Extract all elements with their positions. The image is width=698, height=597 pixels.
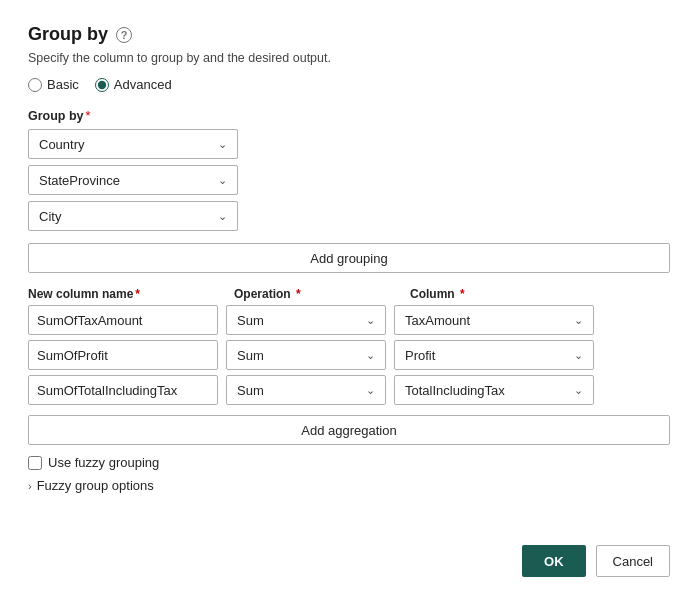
chevron-down-icon-op-0: ⌄ <box>366 314 375 327</box>
radio-advanced-label: Advanced <box>114 77 172 92</box>
groupby-dropdown-2-value: City <box>39 209 61 224</box>
dialog-subtitle: Specify the column to group by and the d… <box>28 51 670 65</box>
agg-operation-dropdown-2[interactable]: Sum ⌄ <box>226 375 386 405</box>
col-header-column: Column * <box>410 287 610 301</box>
col-header-required: * <box>135 287 140 301</box>
fuzzy-group-options-label: Fuzzy group options <box>37 478 154 493</box>
col-header-name: New column name* <box>28 287 218 301</box>
agg-column-value-0: TaxAmount <box>405 313 470 328</box>
agg-column-dropdown-1[interactable]: Profit ⌄ <box>394 340 594 370</box>
agg-column-dropdown-0[interactable]: TaxAmount ⌄ <box>394 305 594 335</box>
chevron-down-icon-col-0: ⌄ <box>574 314 583 327</box>
agg-operation-value-2: Sum <box>237 383 264 398</box>
agg-operation-value-1: Sum <box>237 348 264 363</box>
chevron-down-icon-1: ⌄ <box>218 174 227 187</box>
chevron-down-icon-0: ⌄ <box>218 138 227 151</box>
groupby-dropdown-1[interactable]: StateProvince ⌄ <box>28 165 238 195</box>
groupby-dropdown-0-value: Country <box>39 137 85 152</box>
help-icon[interactable]: ? <box>116 27 132 43</box>
agg-operation-dropdown-1[interactable]: Sum ⌄ <box>226 340 386 370</box>
groupby-label: Group by <box>28 109 84 123</box>
agg-row-0: Sum ⌄ TaxAmount ⌄ <box>28 305 670 335</box>
chevron-right-icon: › <box>28 480 32 492</box>
groupby-dropdown-0-trigger[interactable]: Country ⌄ <box>28 129 238 159</box>
title-row: Group by ? <box>28 24 670 45</box>
fuzzy-grouping-label: Use fuzzy grouping <box>48 455 159 470</box>
dialog-footer: OK Cancel <box>28 535 670 577</box>
agg-column-value-2: TotalIncludingTax <box>405 383 505 398</box>
groupby-dropdown-2-trigger[interactable]: City ⌄ <box>28 201 238 231</box>
chevron-down-icon-col-2: ⌄ <box>574 384 583 397</box>
group-by-dialog: Group by ? Specify the column to group b… <box>0 0 698 597</box>
agg-name-input-2[interactable] <box>28 375 218 405</box>
radio-advanced-input[interactable] <box>95 78 109 92</box>
chevron-down-icon-op-2: ⌄ <box>366 384 375 397</box>
radio-basic-option[interactable]: Basic <box>28 77 79 92</box>
fuzzy-grouping-checkbox[interactable] <box>28 456 42 470</box>
chevron-down-icon-col-1: ⌄ <box>574 349 583 362</box>
agg-col-headers: New column name* Operation * Column * <box>28 287 670 301</box>
chevron-down-icon-2: ⌄ <box>218 210 227 223</box>
groupby-dropdown-1-trigger[interactable]: StateProvince ⌄ <box>28 165 238 195</box>
agg-row-2: Sum ⌄ TotalIncludingTax ⌄ <box>28 375 670 405</box>
groupby-dropdown-2[interactable]: City ⌄ <box>28 201 238 231</box>
ok-button[interactable]: OK <box>522 545 586 577</box>
agg-column-dropdown-2[interactable]: TotalIncludingTax ⌄ <box>394 375 594 405</box>
aggregation-rows: Sum ⌄ TaxAmount ⌄ Sum ⌄ Profit ⌄ Sum <box>28 305 670 405</box>
radio-basic-label: Basic <box>47 77 79 92</box>
cancel-button[interactable]: Cancel <box>596 545 670 577</box>
chevron-down-icon-op-1: ⌄ <box>366 349 375 362</box>
radio-basic-input[interactable] <box>28 78 42 92</box>
mode-radio-group: Basic Advanced <box>28 77 670 92</box>
groupby-dropdown-0[interactable]: Country ⌄ <box>28 129 238 159</box>
agg-row-1: Sum ⌄ Profit ⌄ <box>28 340 670 370</box>
col-header-operation: Operation * <box>234 287 394 301</box>
groupby-required: * <box>86 108 91 123</box>
agg-column-value-1: Profit <box>405 348 435 363</box>
add-grouping-button[interactable]: Add grouping <box>28 243 670 273</box>
agg-name-input-1[interactable] <box>28 340 218 370</box>
agg-name-input-0[interactable] <box>28 305 218 335</box>
agg-operation-value-0: Sum <box>237 313 264 328</box>
groupby-dropdowns: Country ⌄ StateProvince ⌄ City ⌄ <box>28 129 670 231</box>
fuzzy-grouping-row: Use fuzzy grouping <box>28 455 670 470</box>
fuzzy-group-options-row[interactable]: › Fuzzy group options <box>28 478 670 493</box>
agg-operation-dropdown-0[interactable]: Sum ⌄ <box>226 305 386 335</box>
groupby-label-wrap: Group by* <box>28 108 670 123</box>
dialog-title: Group by <box>28 24 108 45</box>
add-aggregation-button[interactable]: Add aggregation <box>28 415 670 445</box>
radio-advanced-option[interactable]: Advanced <box>95 77 172 92</box>
groupby-dropdown-1-value: StateProvince <box>39 173 120 188</box>
